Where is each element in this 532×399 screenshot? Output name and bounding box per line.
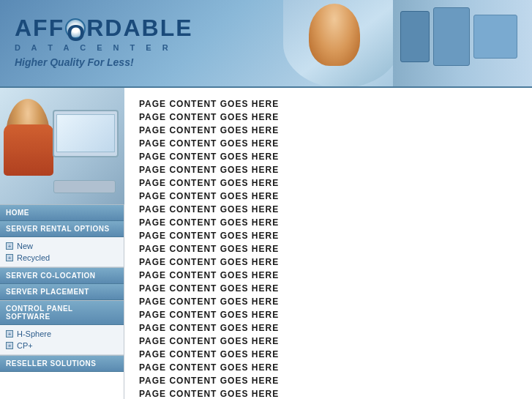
content-line: PAGE CONTENT GOES HERE [139,362,517,373]
hsphere-icon: + [6,330,13,338]
content-line: PAGE CONTENT GOES HERE [139,138,517,149]
content-line: PAGE CONTENT GOES HERE [139,270,517,280]
content-line: PAGE CONTENT GOES HERE [139,191,517,201]
nav-server-rental-subitems: + New + Recycled [0,237,124,267]
content-line: PAGE CONTENT GOES HERE [139,389,517,399]
tagline: Higher Quality For Less! [15,56,193,68]
nav-item-new[interactable]: + New [6,240,118,252]
content-lines: PAGE CONTENT GOES HEREPAGE CONTENT GOES … [139,99,517,399]
content-line: PAGE CONTENT GOES HERE [139,99,517,109]
content-line: PAGE CONTENT GOES HERE [139,231,517,241]
nav-section-reseller: RESELLER SOLUTIONS [0,356,124,372]
logo-text-start: AFF [15,15,64,41]
content-line: PAGE CONTENT GOES HERE [139,165,517,175]
nav-item-new-label: New [17,242,33,250]
logo-area: AFFORDABLE D A T A C E N T E R Higher Qu… [15,15,193,68]
nav-item-recycled[interactable]: + Recycled [6,252,118,264]
nav-colocation[interactable]: SERVER CO-LOCATION [0,268,124,284]
content-line: PAGE CONTENT GOES HERE [139,257,517,267]
nav-server-rental[interactable]: SERVER RENTAL OPTIONS [0,221,124,237]
logo-text-end: RDABLE [86,15,192,41]
content-line: PAGE CONTENT GOES HERE [139,112,517,122]
nav-section-placement: SERVER PLACEMENT [0,284,124,300]
header-person-image [283,0,400,88]
content-area: PAGE CONTENT GOES HEREPAGE CONTENT GOES … [124,88,532,399]
nav-item-cpplus[interactable]: + CP+ [6,340,118,351]
nav-home[interactable]: HOME [0,205,124,221]
nav-section-server-rental: SERVER RENTAL OPTIONS + New + Recycled [0,221,124,267]
left-panel: HOME SERVER RENTAL OPTIONS + New + Recyc… [0,88,124,399]
logo-o-circle: O [65,18,86,39]
nav-control-panel[interactable]: CONTROL PANEL SOFTWARE [0,301,124,325]
photo-area [0,88,124,205]
content-line: PAGE CONTENT GOES HERE [139,376,517,386]
nav-item-hsphere[interactable]: + H-Sphere [6,328,118,340]
nav-section-control-panel: CONTROL PANEL SOFTWARE + H-Sphere + CP+ [0,301,124,355]
header-equipment-image [393,0,532,88]
nav-section-colocation: SERVER CO-LOCATION [0,268,124,284]
content-line: PAGE CONTENT GOES HERE [139,152,517,162]
content-line: PAGE CONTENT GOES HERE [139,336,517,346]
nav-placement[interactable]: SERVER PLACEMENT [0,284,124,300]
nav-section-home: HOME [0,205,124,221]
content-line: PAGE CONTENT GOES HERE [139,297,517,307]
content-line: PAGE CONTENT GOES HERE [139,349,517,359]
datacenter-label: D A T A C E N T E R [15,43,193,52]
nav-item-hsphere-label: H-Sphere [17,329,51,338]
nav-reseller[interactable]: RESELLER SOLUTIONS [0,356,124,372]
nav-control-panel-subitems: + H-Sphere + CP+ [0,325,124,355]
nav-item-cpplus-label: CP+ [17,341,33,350]
new-icon: + [6,242,13,250]
content-line: PAGE CONTENT GOES HERE [139,283,517,294]
site-header: AFFORDABLE D A T A C E N T E R Higher Qu… [0,0,532,88]
content-line: PAGE CONTENT GOES HERE [139,310,517,320]
content-line: PAGE CONTENT GOES HERE [139,125,517,135]
content-line: PAGE CONTENT GOES HERE [139,244,517,254]
cpplus-icon: + [6,342,13,349]
main-layout: HOME SERVER RENTAL OPTIONS + New + Recyc… [0,88,532,399]
content-line: PAGE CONTENT GOES HERE [139,323,517,333]
content-line: PAGE CONTENT GOES HERE [139,178,517,188]
nav-item-recycled-label: Recycled [17,253,50,262]
recycled-icon: + [6,254,13,261]
content-line: PAGE CONTENT GOES HERE [139,204,517,215]
content-line: PAGE CONTENT GOES HERE [139,217,517,228]
logo-text: AFFORDABLE [15,15,193,42]
